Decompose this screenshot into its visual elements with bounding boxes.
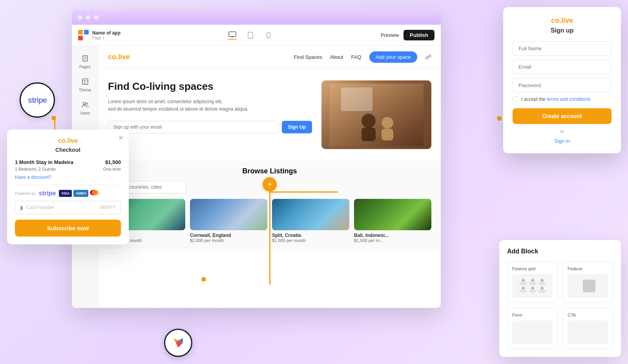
connector-line-horizontal bbox=[269, 191, 338, 193]
app-bar-actions: Preview Publish bbox=[381, 30, 434, 40]
block-preview-feature-grid bbox=[512, 274, 553, 298]
listing-img-cornwall bbox=[190, 199, 267, 230]
visa-badge: VISA bbox=[59, 190, 72, 197]
card-number-label: Card Number bbox=[26, 205, 97, 210]
sidebar-item-theme[interactable]: Theme bbox=[74, 74, 96, 95]
terms-label: I accept the terms and conditions bbox=[521, 96, 590, 102]
listing-price-1: $2,000 per month bbox=[190, 238, 267, 243]
powered-by: Powered by stripe VISA AMEX bbox=[15, 190, 121, 197]
svg-rect-17 bbox=[341, 87, 372, 111]
checkout-divider bbox=[15, 185, 121, 185]
sidebar-label-theme: Theme bbox=[79, 88, 91, 92]
hero-signup-button[interactable]: Sign Up bbox=[282, 121, 312, 133]
site-hero: Find Co-living spaces Lorem ipsum dolor … bbox=[99, 69, 441, 161]
sidebar-item-pages[interactable]: Pages bbox=[74, 51, 96, 72]
listing-price-2: $1,500 per month bbox=[272, 238, 349, 243]
browser-dot-green bbox=[94, 15, 99, 20]
svg-point-15 bbox=[86, 103, 88, 104]
app-logo: Name of app Page 1 bbox=[78, 30, 120, 41]
publish-button[interactable]: Publish bbox=[403, 30, 434, 40]
signup-password-input[interactable] bbox=[513, 78, 612, 93]
listing-img-split bbox=[272, 199, 349, 230]
svg-rect-0 bbox=[229, 32, 236, 36]
site-logo: co.live bbox=[108, 53, 130, 61]
sidebar-item-users[interactable]: Users bbox=[74, 97, 96, 118]
logo-sq-1 bbox=[78, 30, 83, 35]
hero-desc: Lorem ipsum dolor sit amet, consectetur … bbox=[108, 98, 312, 113]
block-card-form[interactable]: Form bbox=[507, 308, 558, 349]
card-input-row[interactable]: ▮ Card Number MM/YY bbox=[15, 201, 121, 214]
signup-email-input[interactable] bbox=[513, 60, 612, 74]
nav-add-space-button[interactable]: Add your space bbox=[369, 51, 417, 63]
listing-name-2: Split, Croatia bbox=[272, 233, 349, 238]
app-page: Page 1 bbox=[92, 36, 120, 40]
signup-title: Sign up bbox=[513, 27, 612, 34]
block-preview-form bbox=[512, 320, 553, 344]
hero-left: Find Co-living spaces Lorem ipsum dolor … bbox=[108, 80, 312, 133]
block-label-2: Form bbox=[512, 313, 553, 317]
plus-add-button[interactable]: + bbox=[263, 177, 277, 191]
hero-title: Find Co-living spaces bbox=[108, 80, 312, 93]
block-label-0: Feature grid bbox=[512, 266, 553, 271]
block-card-cta[interactable]: CTA bbox=[562, 308, 613, 349]
listing-img-bali bbox=[354, 199, 431, 230]
device-switcher bbox=[127, 31, 374, 40]
block-label-3: CTA bbox=[568, 313, 608, 317]
checkout-title: Checkout bbox=[15, 147, 121, 153]
hero-email-input[interactable] bbox=[108, 121, 279, 133]
terms-link[interactable]: terms and conditions bbox=[547, 96, 590, 102]
terms-row: I accept the terms and conditions bbox=[513, 96, 612, 102]
checkout-discount-link[interactable]: Have a discount? bbox=[15, 175, 121, 180]
checkout-close-button[interactable]: ✕ bbox=[118, 134, 123, 142]
svg-rect-11 bbox=[82, 79, 88, 84]
nav-about[interactable]: About bbox=[330, 54, 343, 60]
signup-modal: co.live Sign up I accept the terms and c… bbox=[503, 7, 621, 153]
checkout-modal: ✕ co.live Checkout 1 Month Stay in Madei… bbox=[7, 129, 129, 244]
connector-dot-signup bbox=[497, 116, 502, 121]
tablet-icon[interactable] bbox=[246, 31, 255, 40]
stripe-logo-sm: stripe bbox=[39, 190, 56, 197]
list-item: Bali, Indonesi... $1,500 per m... bbox=[354, 199, 431, 243]
user-icon[interactable]: ☍ bbox=[425, 53, 431, 61]
create-account-button[interactable]: Create account bbox=[513, 108, 612, 124]
checkout-item-row: 1 Month Stay in Madeira $1,500 bbox=[15, 159, 121, 165]
subscribe-button[interactable]: Subscribe now bbox=[15, 220, 121, 237]
logo-sq-4 bbox=[84, 36, 89, 40]
hero-email-form: Sign Up bbox=[108, 121, 312, 133]
listing-name-1: Cornwall, England bbox=[190, 233, 267, 238]
signup-or: or bbox=[513, 129, 612, 134]
connector-dot-1 bbox=[51, 116, 56, 120]
checkout-item-sub1: 1 Bedroom, 2 Guests bbox=[15, 167, 56, 171]
logo-prefix: co. bbox=[108, 53, 118, 61]
desktop-icon[interactable] bbox=[228, 31, 237, 40]
hero-image bbox=[321, 80, 431, 149]
svg-point-4 bbox=[250, 37, 251, 38]
svg-rect-19 bbox=[361, 127, 376, 141]
play-inner bbox=[168, 333, 188, 353]
block-card-feature-grid[interactable]: Feature grid bbox=[507, 261, 558, 303]
checkout-logo: co.live bbox=[15, 137, 121, 144]
users-icon bbox=[80, 100, 90, 109]
hero-image-placeholder bbox=[321, 80, 431, 149]
nav-links: Find Spaces About FAQ Add your space ☍ bbox=[139, 51, 431, 63]
play-badge[interactable] bbox=[164, 329, 192, 357]
nav-find-spaces[interactable]: Find Spaces bbox=[294, 54, 322, 60]
svg-point-20 bbox=[382, 117, 393, 129]
card-icon: ▮ bbox=[20, 204, 23, 211]
mobile-icon[interactable] bbox=[264, 31, 273, 40]
signin-link[interactable]: Sign in bbox=[513, 138, 612, 144]
browser-dot-red bbox=[77, 15, 82, 20]
preview-button[interactable]: Preview bbox=[381, 32, 399, 38]
nav-faq[interactable]: FAQ bbox=[351, 54, 361, 60]
connector-dot-checkout-bottom bbox=[201, 277, 206, 282]
checkout-item-sub-row: 1 Bedroom, 2 Guests One-time bbox=[15, 167, 121, 171]
terms-checkbox[interactable] bbox=[513, 96, 518, 102]
signup-fullname-input[interactable] bbox=[513, 41, 612, 56]
theme-icon bbox=[80, 77, 90, 86]
list-item: Cornwall, England $2,000 per month bbox=[190, 199, 267, 243]
svg-rect-21 bbox=[382, 129, 393, 140]
checkout-item-name: 1 Month Stay in Madeira bbox=[15, 159, 73, 165]
app-logo-icon bbox=[78, 30, 89, 41]
block-card-feature[interactable]: Feature bbox=[562, 261, 613, 303]
sidebar-label-users: Users bbox=[80, 111, 90, 115]
